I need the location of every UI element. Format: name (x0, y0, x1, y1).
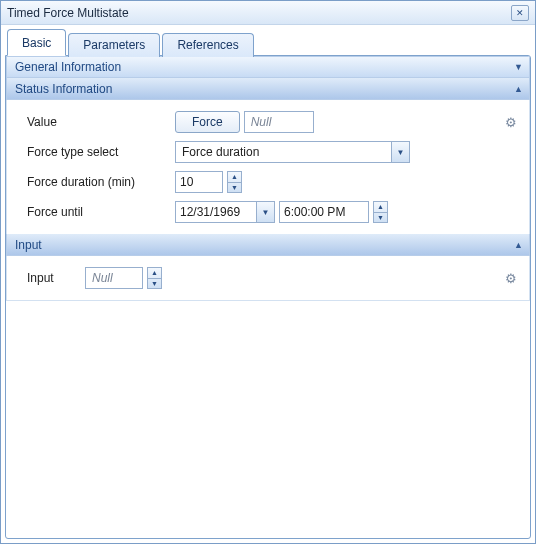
spin-up-icon[interactable]: ▲ (374, 202, 387, 213)
tab-references[interactable]: References (162, 33, 253, 57)
tab-parameters[interactable]: Parameters (68, 33, 160, 57)
force-duration-label: Force duration (min) (15, 175, 175, 189)
force-type-label: Force type select (15, 145, 175, 159)
force-until-time[interactable]: 6:00:00 PM (279, 201, 369, 223)
force-duration-value: 10 (180, 175, 222, 189)
force-button[interactable]: Force (175, 111, 240, 133)
spin-up-icon[interactable]: ▲ (148, 268, 161, 279)
force-duration-input[interactable]: 10 (175, 171, 223, 193)
close-icon: ✕ (516, 8, 524, 18)
close-button[interactable]: ✕ (511, 5, 529, 21)
gear-icon[interactable]: ⚙ (501, 112, 521, 132)
force-until-date-value: 12/31/1969 (176, 205, 256, 219)
value-label: Value (15, 115, 175, 129)
chevron-down-icon: ▼ (391, 142, 409, 162)
gear-icon[interactable]: ⚙ (501, 268, 521, 288)
section-status-title: Status Information (15, 82, 112, 96)
section-general-title: General Information (15, 60, 121, 74)
force-type-value: Force duration (182, 145, 391, 159)
tab-basic[interactable]: Basic (7, 29, 66, 56)
force-until-time-value: 6:00:00 PM (284, 205, 345, 219)
value-display: Null (244, 111, 314, 133)
force-until-label: Force until (15, 205, 175, 219)
section-input[interactable]: Input ▲ (6, 234, 530, 256)
chevron-down-icon: ▼ (514, 62, 523, 72)
section-status-information[interactable]: Status Information ▲ (6, 78, 530, 100)
section-general-information[interactable]: General Information ▼ (6, 56, 530, 78)
input-stepper[interactable]: ▲ ▼ (147, 267, 162, 289)
input-label: Input (15, 271, 85, 285)
chevron-up-icon: ▲ (514, 84, 523, 94)
force-type-select[interactable]: Force duration ▼ (175, 141, 410, 163)
spin-down-icon[interactable]: ▼ (228, 183, 241, 193)
window-title: Timed Force Multistate (7, 6, 511, 20)
chevron-down-icon: ▼ (256, 202, 274, 222)
force-until-time-stepper[interactable]: ▲ ▼ (373, 201, 388, 223)
input-value[interactable]: Null (85, 267, 143, 289)
spin-down-icon[interactable]: ▼ (374, 213, 387, 223)
force-duration-stepper[interactable]: ▲ ▼ (227, 171, 242, 193)
force-until-date[interactable]: 12/31/1969 ▼ (175, 201, 275, 223)
chevron-up-icon: ▲ (514, 240, 523, 250)
section-input-title: Input (15, 238, 42, 252)
spin-up-icon[interactable]: ▲ (228, 172, 241, 183)
spin-down-icon[interactable]: ▼ (148, 279, 161, 289)
